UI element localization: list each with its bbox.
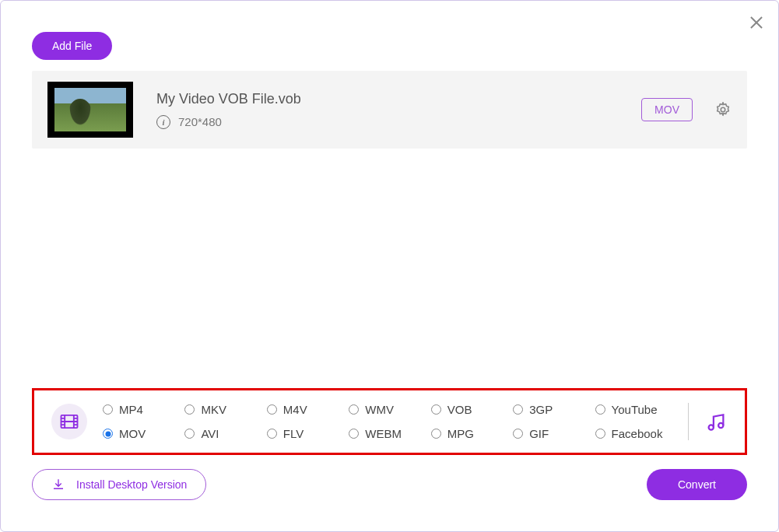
- format-option-youtube[interactable]: YouTube: [595, 403, 672, 416]
- format-option-facebook[interactable]: Facebook: [595, 427, 672, 440]
- install-desktop-label: Install Desktop Version: [76, 478, 187, 491]
- download-icon: [51, 478, 65, 492]
- format-label: YouTube: [612, 403, 658, 416]
- format-label: MP4: [119, 403, 143, 416]
- radio-icon: [595, 404, 605, 415]
- format-label: FLV: [283, 427, 304, 440]
- radio-icon: [267, 429, 277, 439]
- format-option-mkv[interactable]: MKV: [184, 403, 261, 416]
- output-format-badge[interactable]: MOV: [641, 98, 693, 121]
- radio-icon: [513, 429, 523, 439]
- radio-icon: [103, 404, 113, 415]
- radio-icon: [349, 404, 359, 415]
- divider: [688, 403, 689, 440]
- radio-icon: [349, 429, 359, 439]
- video-type-icon[interactable]: [51, 404, 87, 439]
- info-icon[interactable]: i: [156, 115, 170, 129]
- format-label: VOB: [447, 403, 472, 416]
- format-option-wmv[interactable]: WMV: [349, 403, 426, 416]
- file-name: My Video VOB File.vob: [156, 91, 641, 107]
- format-option-webm[interactable]: WEBM: [349, 427, 426, 440]
- format-option-vob[interactable]: VOB: [431, 403, 508, 416]
- radio-icon: [184, 429, 195, 439]
- radio-icon: [267, 404, 277, 415]
- format-option-avi[interactable]: AVI: [184, 427, 261, 440]
- format-selection-box: MP4MOVMKVAVIM4VFLVWMVWEBMVOBMPG3GPGIFYou…: [32, 388, 747, 455]
- music-icon[interactable]: [704, 410, 728, 433]
- format-option-mpg[interactable]: MPG: [431, 427, 508, 440]
- svg-point-0: [721, 107, 725, 112]
- format-option-gif[interactable]: GIF: [513, 427, 590, 440]
- radio-icon: [431, 429, 441, 439]
- format-label: MPG: [447, 427, 474, 440]
- gear-icon[interactable]: [714, 101, 732, 118]
- format-label: GIF: [529, 427, 549, 440]
- format-label: Facebook: [612, 427, 663, 440]
- convert-button[interactable]: Convert: [647, 469, 747, 500]
- format-option-3gp[interactable]: 3GP: [513, 403, 590, 416]
- radio-icon: [431, 404, 441, 415]
- video-thumbnail: [47, 82, 133, 138]
- add-file-button[interactable]: Add File: [32, 32, 112, 60]
- format-label: AVI: [201, 427, 219, 440]
- format-label: WMV: [365, 403, 394, 416]
- format-option-m4v[interactable]: M4V: [267, 403, 344, 416]
- radio-icon: [184, 404, 195, 415]
- close-icon[interactable]: [747, 13, 766, 32]
- file-row: My Video VOB File.vob i 720*480 MOV: [32, 71, 747, 149]
- format-label: WEBM: [365, 427, 402, 440]
- format-label: MOV: [119, 427, 146, 440]
- format-label: MKV: [201, 403, 226, 416]
- radio-icon: [103, 429, 113, 439]
- radio-icon: [595, 429, 605, 439]
- format-label: 3GP: [529, 403, 553, 416]
- radio-icon: [513, 404, 523, 415]
- format-option-flv[interactable]: FLV: [267, 427, 344, 440]
- format-option-mp4[interactable]: MP4: [103, 403, 180, 416]
- install-desktop-button[interactable]: Install Desktop Version: [32, 469, 206, 500]
- format-option-mov[interactable]: MOV: [103, 427, 180, 440]
- format-label: M4V: [283, 403, 307, 416]
- file-resolution: 720*480: [178, 115, 222, 128]
